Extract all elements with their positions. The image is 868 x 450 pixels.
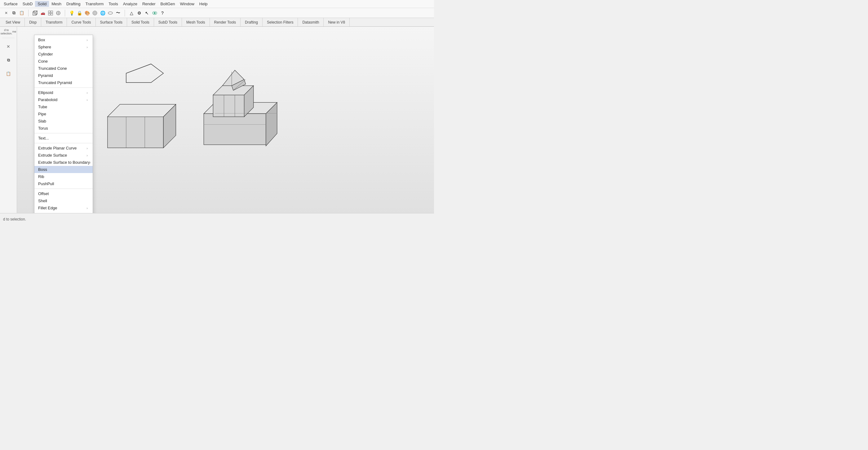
eye-btn[interactable] [151, 9, 158, 17]
menu-item-text[interactable]: Text... [34, 134, 93, 142]
light-btn[interactable]: 💡 [68, 9, 75, 17]
tab-solid-tools[interactable]: Solid Tools [127, 18, 154, 26]
viewport[interactable]: Box › Sphere › Cylinder Cone Truncated C… [17, 27, 434, 213]
menu-help[interactable]: Help [197, 1, 210, 7]
sidebar-copy-btn[interactable]: ⧉ [2, 54, 15, 67]
arrow-icon-paraboloid: › [87, 98, 88, 102]
svg-rect-17 [107, 117, 163, 148]
lock-btn[interactable]: 🔒 [75, 9, 83, 17]
paste-btn[interactable]: 📋 [18, 9, 25, 17]
sep-3 [34, 143, 93, 143]
tab-drafting[interactable]: Drafting [241, 18, 262, 26]
menu-item-paraboloid[interactable]: Paraboloid › [34, 96, 93, 103]
menu-item-extrude-surface[interactable]: Extrude Surface › [34, 152, 93, 159]
menu-item-pipe[interactable]: Pipe [34, 111, 93, 118]
menu-subd[interactable]: SubD [20, 1, 35, 7]
gear-btn[interactable]: ⚙ [135, 9, 143, 17]
svg-point-12 [93, 11, 97, 15]
tab-datasmith[interactable]: Datasmith [298, 18, 323, 26]
tab-transform[interactable]: Transform [41, 18, 67, 26]
toolbar-sep-1 [28, 10, 29, 17]
dropdown-menu: Box › Sphere › Cylinder Cone Truncated C… [34, 35, 93, 213]
menu-item-truncated-pyramid[interactable]: Truncated Pyramid [34, 79, 93, 86]
menu-tools[interactable]: Tools [106, 1, 120, 7]
menu-item-cylinder[interactable]: Cylinder [34, 51, 93, 58]
menu-surface[interactable]: Surface [1, 1, 20, 7]
copy-btn[interactable]: ⧉ [10, 9, 18, 17]
toolbar: ✕ ⧉ 📋 🚗 [0, 8, 434, 18]
menu-solid[interactable]: Solid [35, 1, 49, 7]
arrow-icon-box: › [87, 38, 88, 42]
tab-surface-tools[interactable]: Surface Tools [96, 18, 127, 26]
menu-item-cone[interactable]: Cone [34, 58, 93, 65]
close-btn[interactable]: ✕ [2, 9, 10, 17]
menu-item-offset[interactable]: Offset [34, 190, 93, 197]
menu-item-extrude-surface-boundary[interactable]: Extrude Surface to Boundary › [34, 159, 93, 166]
car-icon[interactable]: 🚗 [39, 9, 46, 17]
sidebar-status-text: d to selection. me [1, 28, 16, 36]
sidebar-paste-btn[interactable]: 📋 [2, 67, 15, 80]
menu-item-slab[interactable]: Slab [34, 118, 93, 125]
tab-selection-filters[interactable]: Selection Filters [262, 18, 298, 26]
menu-item-box[interactable]: Box › [34, 36, 93, 43]
menu-mesh[interactable]: Mesh [49, 1, 64, 7]
tab-subd-tools[interactable]: SubD Tools [154, 18, 182, 26]
question-btn[interactable]: ? [159, 9, 166, 17]
menu-item-ellipsoid[interactable]: Ellipsoid › [34, 89, 93, 96]
wave-btn[interactable]: 〜 [114, 9, 122, 17]
menu-item-cap-planar[interactable]: Cap Planar Holes [34, 211, 93, 213]
menu-item-sphere[interactable]: Sphere › [34, 43, 93, 51]
arrow-icon-extrude-planar: › [87, 146, 88, 150]
triangle-btn[interactable]: △ [128, 9, 135, 17]
menu-drafting[interactable]: Drafting [64, 1, 83, 7]
menu-item-truncated-cone[interactable]: Truncated Cone [34, 65, 93, 72]
arrow-icon-ellipsoid: › [87, 91, 88, 95]
menu-item-boss[interactable]: Boss [34, 166, 93, 173]
cursor-btn[interactable]: ↖ [143, 9, 151, 17]
menubar: Surface SubD Solid Mesh Drafting Transfo… [0, 0, 434, 8]
tab-curve-tools[interactable]: Curve Tools [67, 18, 95, 26]
menu-render[interactable]: Render [140, 1, 158, 7]
svg-rect-5 [49, 11, 50, 13]
tab-set-view[interactable]: Set View [1, 18, 25, 26]
tab-render-tools[interactable]: Render Tools [210, 18, 241, 26]
globe-btn[interactable]: 🌐 [99, 9, 106, 17]
sep-4 [34, 188, 93, 189]
sidebar-close-btn[interactable]: ✕ [2, 40, 15, 53]
svg-rect-25 [213, 95, 244, 117]
main-area: d to selection. me ✕ ⧉ 📋 [0, 27, 434, 213]
menu-analyze[interactable]: Analyze [121, 1, 140, 7]
svg-rect-6 [51, 11, 53, 13]
ring-btn[interactable] [106, 9, 114, 17]
tab-mesh-tools[interactable]: Mesh Tools [182, 18, 210, 26]
menu-transform[interactable]: Transform [83, 1, 106, 7]
menu-item-rib[interactable]: Rib [34, 173, 93, 180]
arrow-icon-extrude-surface: › [87, 153, 88, 157]
arrow-icon-extrude-boundary: › [90, 161, 91, 164]
menu-item-tube[interactable]: Tube [34, 103, 93, 111]
paint-btn[interactable]: 🎨 [83, 9, 91, 17]
circle-icon[interactable] [55, 9, 62, 17]
view-btn[interactable] [31, 9, 39, 17]
sphere-btn[interactable] [91, 9, 99, 17]
menu-item-pyramid[interactable]: Pyramid [34, 72, 93, 79]
menu-window[interactable]: Window [178, 1, 197, 7]
menu-item-extrude-planar[interactable]: Extrude Planar Curve › [34, 145, 93, 152]
box-shape [107, 104, 176, 148]
toolbar-lights: 💡 🔒 🎨 🌐 〜 [67, 9, 123, 17]
tab-new-in-v8[interactable]: New in V8 [323, 18, 350, 26]
svg-marker-16 [126, 64, 163, 83]
svg-rect-7 [49, 13, 50, 15]
menu-item-fillet-edge[interactable]: Fillet Edge › [34, 204, 93, 211]
arrow-icon-sphere: › [87, 45, 88, 49]
toolbar-view: 🚗 [30, 9, 63, 17]
grid-icon[interactable] [47, 9, 54, 17]
sep-2 [34, 133, 93, 133]
menu-item-torus[interactable]: Torus [34, 125, 93, 132]
menu-boltgen[interactable]: BoltGen [158, 1, 178, 7]
menu-item-shell[interactable]: Shell [34, 197, 93, 204]
menu-item-pushpull[interactable]: PushPull [34, 180, 93, 187]
status-text-group: d to selection. [3, 217, 26, 221]
tab-disp[interactable]: Disp [25, 18, 41, 26]
svg-rect-0 [33, 12, 36, 15]
